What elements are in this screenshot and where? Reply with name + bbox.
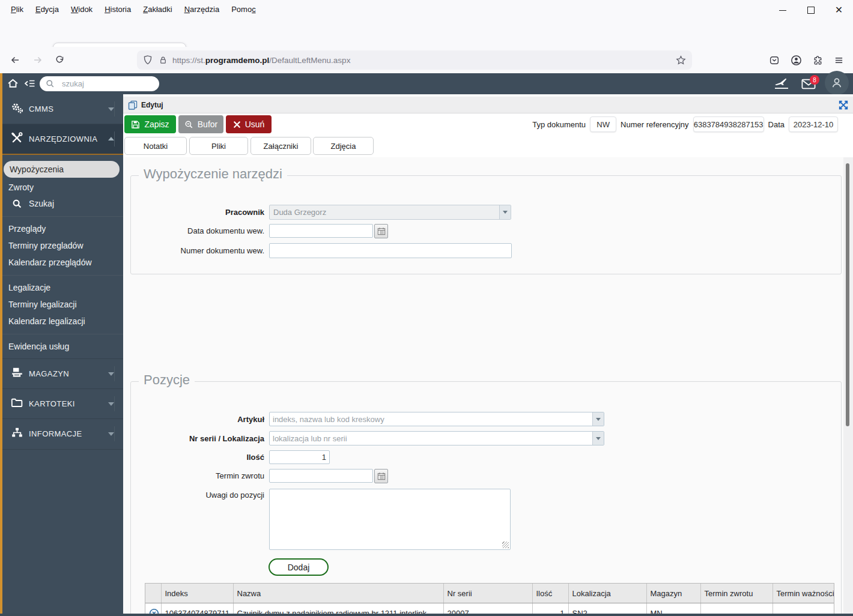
uwagi-textarea[interactable] xyxy=(269,489,511,550)
nr-serii-input[interactable] xyxy=(270,432,592,445)
calendar-icon xyxy=(377,227,386,235)
sidebar-item-terminy-legalizacji[interactable]: Terminy legalizacji xyxy=(2,296,123,313)
search-input[interactable] xyxy=(61,79,141,89)
chevron-down-icon xyxy=(108,372,114,376)
pracownik-select[interactable]: Duda Grzegorz xyxy=(269,205,511,220)
ilosc-label: Ilość xyxy=(131,453,264,462)
col-indeks: Indeks xyxy=(161,584,233,603)
window-maximize-button[interactable] xyxy=(797,0,825,20)
sidebar-section-cmms[interactable]: CMMS xyxy=(2,94,123,124)
scrollbar-thumb[interactable] xyxy=(846,163,849,426)
app-search[interactable] xyxy=(40,76,159,91)
artykul-combo[interactable] xyxy=(269,412,604,426)
nr-serii-combo[interactable] xyxy=(269,431,604,445)
back-arrow-icon xyxy=(10,55,20,65)
search-icon xyxy=(46,79,55,88)
sidebar-item-zwroty[interactable]: Zwroty xyxy=(2,179,123,196)
sidebar-item-kalendarz-przegladow[interactable]: Kalendarz przeglądów xyxy=(2,254,123,271)
bookmark-star-icon[interactable] xyxy=(676,55,686,65)
menu-edycja[interactable]: Edycja xyxy=(29,5,65,14)
table-header-row: Indeks Nazwa Nr serii Ilość Lokalizacja … xyxy=(145,584,834,603)
save-button[interactable]: Zapisz xyxy=(124,115,176,133)
sidebar-section-kartoteki[interactable]: KARTOTEKI xyxy=(2,388,123,418)
extensions-puzzle-icon[interactable] xyxy=(810,52,825,68)
chevron-down-icon xyxy=(592,432,604,445)
document-header-fields: Typ dokumentu NW Numer referencyjny 6383… xyxy=(532,117,838,131)
doc-type-value[interactable]: NW xyxy=(590,116,616,132)
expand-fullscreen-icon[interactable] xyxy=(838,100,849,110)
delete-button[interactable]: Usuń xyxy=(226,115,272,133)
tab-notatki[interactable]: Notatki xyxy=(124,137,187,155)
sidebar-item-legalizacje[interactable]: Legalizacje xyxy=(2,279,123,296)
sidebar-section-narzedziownia[interactable]: NARZĘDZIOWNIA xyxy=(2,124,123,155)
termin-zwrotu-input[interactable] xyxy=(269,469,373,483)
edit-label: Edytuj xyxy=(141,101,163,109)
account-icon[interactable] xyxy=(788,52,804,68)
tab-zalaczniki[interactable]: Załączniki xyxy=(250,137,311,155)
url-bar[interactable]: https://st.programdemo.pl/DefaultLeftMen… xyxy=(137,50,692,70)
browser-tabstrip: S StudioSystem.NET (c) SoftwareS ✕ + xyxy=(0,18,853,47)
edit-header-strip: Edytuj xyxy=(123,97,853,113)
doc-type-label: Typ dokumentu xyxy=(532,120,586,129)
reload-button[interactable] xyxy=(52,52,67,68)
ilosc-input[interactable] xyxy=(269,450,330,464)
col-magazyn: Magazyn xyxy=(646,584,700,603)
window-close-button[interactable]: ✕ xyxy=(825,0,853,20)
resize-handle[interactable] xyxy=(502,542,509,548)
forward-arrow-icon xyxy=(32,55,43,65)
menu-plik[interactable]: Plik xyxy=(5,5,29,14)
buffer-button[interactable]: Bufor xyxy=(178,115,223,133)
chevron-up-icon xyxy=(108,137,114,140)
dodaj-button[interactable]: Dodaj xyxy=(269,558,329,576)
ref-number-value[interactable]: 6383784938287153 xyxy=(693,116,764,132)
artykul-input[interactable] xyxy=(270,412,592,426)
mail-icon[interactable]: 8 xyxy=(801,79,816,89)
sidebar-item-ewidencja-uslug[interactable]: Ewidencja usług xyxy=(2,338,123,355)
dispatch-plane-icon[interactable] xyxy=(774,77,789,90)
user-icon xyxy=(830,76,843,89)
positions-fieldset: Pozycje Artykuł Nr serii / Lokalizacja I… xyxy=(130,381,842,616)
menu-widok[interactable]: Widok xyxy=(65,5,99,14)
sidebar-section-magazyn[interactable]: MAGAZYN xyxy=(2,358,123,388)
menu-narzedzia[interactable]: Narzędzia xyxy=(178,5,226,14)
sidebar-section-label: MAGAZYN xyxy=(29,369,69,378)
sidebar-item-przeglady[interactable]: Przeglądy xyxy=(2,220,123,237)
sidebar-section-informacje[interactable]: INFORMACJE xyxy=(2,418,123,448)
content-scrollbar[interactable] xyxy=(843,157,853,616)
menu-historia[interactable]: Historia xyxy=(99,5,137,14)
menu-zakladki[interactable]: Zakładki xyxy=(137,5,178,14)
termin-zwrotu-label: Termin zwrotu xyxy=(131,471,264,480)
user-avatar-button[interactable] xyxy=(825,71,849,95)
tab-zdjecia[interactable]: Zdjęcia xyxy=(313,137,374,155)
sidebar-item-szukaj[interactable]: Szukaj xyxy=(2,195,123,212)
tools-icon xyxy=(11,132,23,143)
data-wew-label: Data dokumentu wew. xyxy=(131,226,264,235)
forward-button[interactable] xyxy=(30,52,46,68)
hamburger-menu-icon[interactable] xyxy=(831,52,846,68)
chevron-down-icon xyxy=(108,107,114,111)
col-delete xyxy=(145,584,161,603)
lending-legend: Wypożyczenie narzędzi xyxy=(139,166,287,182)
sidebar-section-label: NARZĘDZIOWNIA xyxy=(29,134,97,143)
menu-pomoc[interactable]: Pomoc xyxy=(225,5,261,14)
window-bottom-edge xyxy=(0,614,853,616)
pocket-icon[interactable] xyxy=(766,52,782,68)
tab-pliki[interactable]: Pliki xyxy=(189,137,248,155)
sidebar-item-kalendarz-legalizacji[interactable]: Kalendarz legalizacji xyxy=(2,313,123,330)
window-minimize-button[interactable] xyxy=(768,0,797,20)
x-icon xyxy=(233,121,241,128)
date-value[interactable]: 2023-12-10 xyxy=(789,116,838,132)
data-wew-input[interactable] xyxy=(269,224,373,238)
sidebar-item-wypozyczenia[interactable]: Wypożyczenia xyxy=(4,161,120,178)
search-icon xyxy=(12,199,22,209)
calendar-button[interactable] xyxy=(374,224,388,238)
warehouse-pallet-icon xyxy=(11,367,23,378)
sidebar-item-terminy-przegladow[interactable]: Terminy przegladów xyxy=(2,237,123,254)
back-button[interactable] xyxy=(7,52,23,68)
sidebar-collapse-icon[interactable] xyxy=(24,79,35,88)
numer-wew-input[interactable] xyxy=(269,243,512,258)
home-icon[interactable] xyxy=(7,78,19,89)
calendar-button[interactable] xyxy=(374,469,388,483)
buffer-search-icon xyxy=(184,120,193,129)
date-label: Data xyxy=(768,120,785,129)
